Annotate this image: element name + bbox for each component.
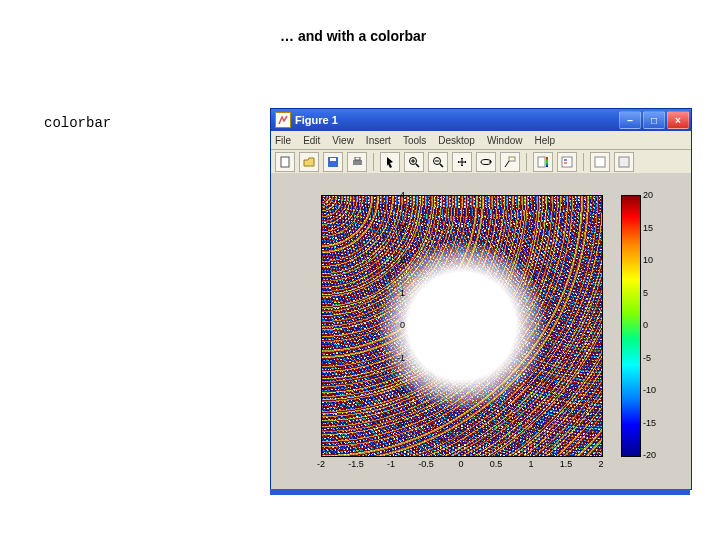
minimize-button[interactable]: – bbox=[619, 111, 641, 129]
colorbar[interactable]: 20 15 10 5 0 -5 -10 -15 -20 bbox=[621, 195, 681, 455]
insert-legend-icon[interactable] bbox=[557, 152, 577, 172]
pan-icon[interactable] bbox=[452, 152, 472, 172]
menu-help[interactable]: Help bbox=[535, 135, 556, 146]
svg-rect-3 bbox=[353, 160, 362, 165]
svg-rect-16 bbox=[562, 157, 572, 167]
new-file-icon[interactable] bbox=[275, 152, 295, 172]
menu-file[interactable]: File bbox=[275, 135, 291, 146]
figure-window: Figure 1 – □ × File Edit View Insert Too… bbox=[270, 108, 692, 490]
print-icon[interactable] bbox=[347, 152, 367, 172]
ytick-3: 3 bbox=[385, 223, 405, 233]
figure-body: 4 3 2 1 0 -1 -2 -3 -2 -1.5 -1 -0.5 0 0.5… bbox=[271, 173, 691, 489]
xtick-n1: -1 bbox=[387, 459, 395, 469]
window-title: Figure 1 bbox=[295, 114, 338, 126]
svg-line-10 bbox=[440, 164, 443, 167]
svg-rect-2 bbox=[330, 158, 336, 161]
svg-rect-0 bbox=[281, 157, 289, 167]
svg-rect-19 bbox=[595, 157, 605, 167]
cbtick-n15: -15 bbox=[643, 418, 656, 428]
title-bar[interactable]: Figure 1 – □ × bbox=[271, 109, 691, 131]
hide-tools-icon[interactable] bbox=[614, 152, 634, 172]
pointer-icon[interactable] bbox=[380, 152, 400, 172]
cbtick-n10: -10 bbox=[643, 385, 656, 395]
ytick-1: 1 bbox=[385, 288, 405, 298]
taskbar-fragment bbox=[270, 489, 690, 495]
xtick-1p5: 1.5 bbox=[560, 459, 573, 469]
menu-window[interactable]: Window bbox=[487, 135, 523, 146]
open-file-icon[interactable] bbox=[299, 152, 319, 172]
menu-view[interactable]: View bbox=[332, 135, 354, 146]
svg-rect-20 bbox=[619, 157, 629, 167]
matlab-command-text: colorbar bbox=[44, 115, 111, 131]
slide-title: … and with a colorbar bbox=[280, 28, 426, 44]
svg-rect-14 bbox=[538, 157, 545, 167]
ytick-4: 4 bbox=[385, 190, 405, 200]
close-button[interactable]: × bbox=[667, 111, 689, 129]
cbtick-5: 5 bbox=[643, 288, 648, 298]
menu-tools[interactable]: Tools bbox=[403, 135, 426, 146]
xtick-n0p5: -0.5 bbox=[418, 459, 434, 469]
xtick-2: 2 bbox=[598, 459, 603, 469]
ytick-n2: -2 bbox=[385, 385, 405, 395]
xtick-n1p5: -1.5 bbox=[348, 459, 364, 469]
link-plot-icon[interactable] bbox=[590, 152, 610, 172]
ytick-n3: -3 bbox=[385, 418, 405, 428]
matlab-figure-icon bbox=[275, 112, 291, 128]
menu-edit[interactable]: Edit bbox=[303, 135, 320, 146]
colorbar-gradient bbox=[621, 195, 641, 457]
cbtick-10: 10 bbox=[643, 255, 653, 265]
ytick-n1: -1 bbox=[385, 353, 405, 363]
ytick-0: 0 bbox=[385, 320, 405, 330]
menu-desktop[interactable]: Desktop bbox=[438, 135, 475, 146]
cbtick-15: 15 bbox=[643, 223, 653, 233]
xtick-n2: -2 bbox=[317, 459, 325, 469]
contour-axes[interactable] bbox=[321, 195, 603, 457]
data-cursor-icon[interactable] bbox=[500, 152, 520, 172]
xtick-0p5: 0.5 bbox=[490, 459, 503, 469]
maximize-button[interactable]: □ bbox=[643, 111, 665, 129]
menu-bar: File Edit View Insert Tools Desktop Wind… bbox=[271, 131, 691, 150]
svg-rect-15 bbox=[546, 157, 548, 167]
cbtick-n20: -20 bbox=[643, 450, 656, 460]
zoom-out-icon[interactable] bbox=[428, 152, 448, 172]
toolbar bbox=[271, 150, 691, 175]
save-icon[interactable] bbox=[323, 152, 343, 172]
insert-colorbar-icon[interactable] bbox=[533, 152, 553, 172]
cbtick-n5: -5 bbox=[643, 353, 651, 363]
zoom-in-icon[interactable] bbox=[404, 152, 424, 172]
ytick-2: 2 bbox=[385, 255, 405, 265]
rotate3d-icon[interactable] bbox=[476, 152, 496, 172]
svg-line-6 bbox=[416, 164, 419, 167]
cbtick-0: 0 bbox=[643, 320, 648, 330]
cbtick-20: 20 bbox=[643, 190, 653, 200]
xtick-1: 1 bbox=[528, 459, 533, 469]
xtick-0: 0 bbox=[458, 459, 463, 469]
svg-rect-13 bbox=[509, 157, 515, 161]
menu-insert[interactable]: Insert bbox=[366, 135, 391, 146]
svg-rect-4 bbox=[355, 157, 360, 160]
contour-plot bbox=[322, 196, 602, 456]
